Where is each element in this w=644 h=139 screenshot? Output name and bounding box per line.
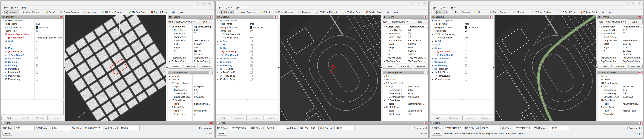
checkbox[interactable]: ✓ — [36, 51, 38, 53]
expander-icon[interactable]: ▸ — [432, 78, 434, 80]
display-row-tf[interactable]: ▸TF✓ — [216, 43, 278, 47]
right-splitter[interactable]: ▶ — [381, 15, 382, 121]
expander-icon[interactable]: ▾ — [168, 82, 171, 84]
expander-icon[interactable]: ▾ — [383, 99, 386, 101]
view-row-angle[interactable]: Angle0.54 — [168, 46, 213, 49]
expander-icon[interactable]: ▸ — [216, 71, 219, 73]
toolbar-grip[interactable] — [432, 11, 432, 14]
viewport-canvas-pointcloud[interactable] — [65, 15, 166, 121]
reset-button[interactable]: Reset — [217, 131, 227, 136]
checkbox[interactable]: ✓ — [250, 57, 252, 60]
expander-icon[interactable]: ▸ — [432, 68, 434, 70]
display-row-tf[interactable]: ▸TF✓ — [431, 43, 493, 47]
experimental-toggle[interactable]: Experimental — [625, 127, 642, 129]
display-row-sensing[interactable]: ▸Sensing✓ — [2, 60, 63, 64]
checkbox[interactable]: ✓ — [250, 54, 252, 56]
checkbox[interactable]: ✓ — [250, 40, 252, 42]
expander-icon[interactable]: ▸ — [219, 54, 222, 56]
zero-button[interactable]: Zero — [197, 20, 213, 24]
display-row-localization[interactable]: ▸Localization✓ — [431, 57, 493, 60]
checkbox[interactable]: ✓ — [36, 54, 38, 56]
menu-panels[interactable]: Panels — [439, 6, 449, 9]
display-row-markerarray[interactable]: ▸MarkerArray — [216, 78, 278, 81]
display-row-pointcloud2[interactable]: ▸PointCloud2 — [216, 71, 278, 74]
expander-icon[interactable]: ▸ — [168, 75, 171, 77]
tool-row-2d-goal-pose[interactable]: ▾2D Goal Pose — [598, 99, 642, 102]
view-row-enable-ster[interactable]: ▸Enable Ster… — [168, 32, 213, 36]
time-panel-header[interactable]: Time — [1, 121, 214, 125]
panel-close-icon[interactable] — [639, 122, 642, 124]
collapse-left-icon[interactable]: ◀ — [493, 66, 494, 68]
remove-button[interactable]: Remove — [398, 64, 412, 69]
toolbar-plus-button[interactable] — [385, 10, 391, 14]
display-row-fixed-frame[interactable]: Fixed FrameOK — [216, 36, 278, 40]
expander-icon[interactable]: ▸ — [2, 58, 4, 59]
display-row-vectormap[interactable]: ▸VectorMap✓ — [431, 50, 493, 54]
right-splitter[interactable]: ▶ — [166, 15, 168, 121]
view-type-combo[interactable]: TopDownOrtho (rv ▼ — [174, 20, 196, 24]
expander-icon[interactable]: ▸ — [216, 78, 219, 80]
tool-row-interact[interactable]: ▸Interact — [598, 74, 642, 78]
expander-icon[interactable]: ▾ — [598, 26, 600, 28]
display-row-frame-rate[interactable]: Frame Rate30 — [431, 29, 493, 33]
minimize-button[interactable]: − — [196, 2, 200, 5]
expander-icon[interactable]: ▸ — [171, 33, 173, 35]
display-row-frame-rate[interactable]: Frame Rate30 — [2, 29, 63, 33]
checkbox[interactable]: ✓ — [36, 57, 38, 60]
checkbox[interactable] — [465, 68, 467, 70]
collapse-left-icon[interactable]: ◀ — [64, 66, 65, 68]
display-row-global-options[interactable]: ▾Global Options — [2, 19, 63, 22]
expander-icon[interactable]: ▸ — [432, 44, 434, 46]
display-row-background-color[interactable]: Background Color48; 48; 48 — [216, 26, 278, 29]
display-row-grid[interactable]: ▸Grid✓ — [216, 40, 278, 43]
splitter-handle[interactable] — [431, 99, 493, 100]
toolbar-move-camera[interactable]: Move Camera — [235, 10, 256, 14]
tool-row-covariance-x[interactable]: Covariance x0.25 — [383, 88, 428, 92]
viewport[interactable] — [280, 15, 381, 121]
left-splitter[interactable]: ◀ — [493, 15, 494, 121]
expander-icon[interactable]: ▸ — [4, 54, 7, 56]
minimize-button[interactable]: − — [411, 2, 414, 5]
view-row-angle[interactable]: Angle0.56 — [383, 46, 428, 49]
tool-row-topic[interactable]: ▸Topic/initialpose — [168, 85, 213, 88]
expander-icon[interactable]: ▸ — [600, 110, 603, 112]
panel-close-icon[interactable] — [424, 71, 427, 74]
checkbox[interactable]: ✓ — [250, 47, 252, 49]
views-panel-header[interactable]: Views — [168, 15, 213, 19]
close-button[interactable]: × — [423, 2, 426, 5]
toolbar-2d-pose-estimate[interactable]: 2D Pose Estimate — [314, 10, 340, 14]
toolbar-interact[interactable]: Interact — [4, 10, 19, 14]
checkbox[interactable]: ✓ — [36, 47, 38, 49]
maximize-button[interactable]: □ — [202, 2, 206, 5]
ros-elapsed-input[interactable] — [480, 126, 500, 130]
remove-button[interactable]: Remove — [184, 64, 198, 69]
remove-button[interactable]: Remove — [613, 64, 627, 69]
tool-row-2d-pose-estimate[interactable]: ▾2D Pose Estimate — [383, 81, 428, 85]
toolbar-select[interactable]: Select — [473, 10, 486, 14]
expander-icon[interactable]: ▸ — [600, 86, 603, 87]
expander-icon[interactable]: ▾ — [168, 99, 171, 101]
toolbar-focus-camera[interactable]: Focus Camera — [488, 10, 510, 14]
checkbox[interactable] — [36, 78, 38, 80]
view-row-topdownortho[interactable]: ▸TopDownOrthoTopDownOrtho (rvi… — [383, 56, 428, 60]
display-row-pointcloud2[interactable]: ▸PointCloud2✓ — [431, 53, 493, 57]
checkbox[interactable]: ✓ — [465, 57, 467, 60]
view-row-target-frame[interactable]: Target Frame<Fixed Frame> — [168, 39, 213, 42]
toolbar-measure[interactable]: Measure — [511, 10, 528, 14]
tool-row-publish-point[interactable]: ▾Publish Point — [598, 106, 642, 109]
expander-icon[interactable]: ▸ — [216, 44, 219, 46]
tool-row-covariance-y[interactable]: Covariance y0.25 — [168, 92, 213, 95]
tool-row-measure[interactable]: ▸Measure — [598, 78, 642, 82]
tool-row-covariance-yaw[interactable]: Covariance yaw0.0685389 — [598, 95, 642, 99]
display-row-vectormap[interactable]: ▸VectorMap✓ — [2, 50, 63, 54]
window-titlebar[interactable]: − □ × — [1, 1, 214, 6]
expander-icon[interactable]: ▸ — [432, 61, 434, 63]
view-row-current-view[interactable]: ▾Current ViewTopDownOrtho (r… — [168, 25, 213, 29]
view-row-topdownortho[interactable]: ▸TopDownOrthoTopDownOrtho (rvi… — [598, 56, 642, 60]
expander-icon[interactable]: ▾ — [383, 82, 386, 84]
expander-icon[interactable]: ▸ — [216, 58, 219, 59]
expander-icon[interactable]: ▸ — [168, 60, 171, 62]
panel-close-icon[interactable] — [209, 122, 212, 124]
viewport[interactable] — [65, 15, 166, 121]
menu-file[interactable]: File — [2, 6, 9, 9]
